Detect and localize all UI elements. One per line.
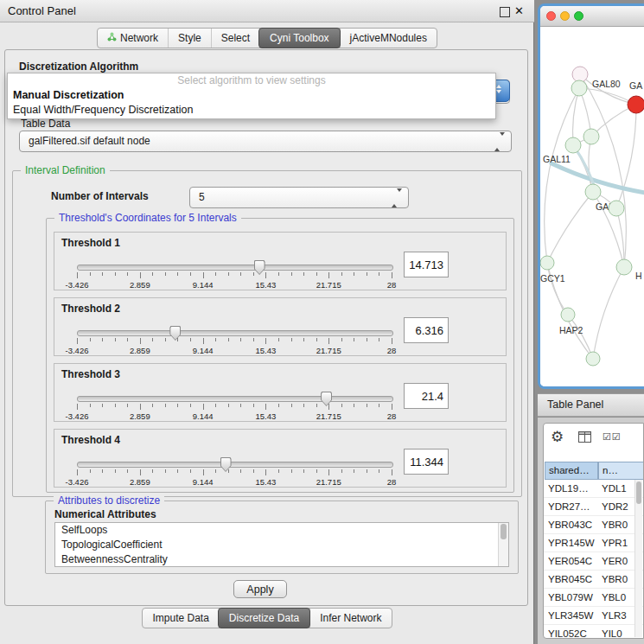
scrollbar-thumb[interactable]: [636, 481, 641, 504]
table-row[interactable]: YIL052CYIL0: [544, 625, 643, 638]
attributes-listbox[interactable]: SelfLoopsTopologicalCoefficientBetweenne…: [54, 522, 509, 567]
threshold-value-input[interactable]: [404, 317, 449, 343]
algorithm-label: Discretization Algorithm: [19, 61, 138, 73]
control-panel-titlebar: Control Panel ✕: [0, 0, 534, 22]
close-icon[interactable]: ✕: [514, 4, 524, 17]
table-cell: YPR145W: [548, 534, 596, 552]
network-node[interactable]: [572, 67, 588, 82]
network-edge[interactable]: [616, 105, 636, 208]
minimize-traffic-light[interactable]: [560, 11, 570, 21]
algorithm-dropdown-popup: Select algorithm to view settings Manual…: [7, 73, 496, 119]
threshold-value-input[interactable]: [404, 252, 449, 277]
tab-impute-data[interactable]: Impute Data: [143, 609, 218, 628]
table-row[interactable]: YBR045CYBR0: [544, 571, 643, 589]
combo-arrows-icon: [392, 192, 402, 204]
network-edge[interactable]: [547, 192, 593, 263]
tab-discretize-data[interactable]: Discretize Data: [218, 608, 310, 628]
network-node-gal4[interactable]: [585, 184, 601, 200]
panel-title: Control Panel: [8, 0, 76, 22]
threshold-slider[interactable]: [77, 330, 393, 336]
close-traffic-light[interactable]: [546, 11, 556, 21]
column-header[interactable]: shared…: [545, 462, 598, 480]
threshold-slider[interactable]: [77, 396, 393, 402]
table-row[interactable]: YBR043CYBR0: [544, 516, 643, 534]
tab-label: Style: [178, 32, 201, 44]
table-row[interactable]: YBL079WYBL0: [544, 589, 643, 607]
table-row[interactable]: YER054CYER0: [544, 552, 643, 571]
threshold-label: Threshold 1: [61, 237, 120, 249]
float-window-icon[interactable]: [500, 7, 510, 17]
combo-arrows-icon: [494, 136, 505, 148]
columns-icon[interactable]: [578, 431, 591, 445]
zoom-traffic-light[interactable]: [574, 11, 583, 21]
table-cell: YDL19…: [548, 480, 596, 497]
group-title: Attributes to discretize: [54, 494, 164, 507]
table-header-row: shared…n…: [544, 462, 643, 480]
network-node[interactable]: [583, 129, 599, 144]
network-window: GAL80GAGAL11GAL4GCY1HHAP2: [538, 3, 644, 389]
table-row[interactable]: YDL19…YDL1: [544, 480, 643, 498]
attribute-list-item[interactable]: SelfLoops: [55, 523, 508, 538]
threshold-value-input[interactable]: [404, 449, 449, 475]
table-cell: YIL052C: [548, 625, 596, 638]
tab-label: Discretize Data: [229, 612, 299, 624]
threshold-value-input[interactable]: [404, 383, 449, 409]
tab-select[interactable]: Select: [211, 29, 259, 48]
network-edge[interactable]: [593, 267, 624, 359]
table-panel-title: Table Panel: [547, 394, 603, 416]
tab-jactivemnodules[interactable]: jActiveMNodules: [340, 29, 437, 48]
table-row[interactable]: YPR145WYPR1: [544, 534, 643, 552]
threshold-panel: Threshold 1-3.4262.8599.14415.4321.71528: [54, 232, 507, 290]
network-node-gal80[interactable]: [571, 80, 587, 96]
arrow-down-icon: [496, 90, 501, 93]
table-row[interactable]: YDR27…YDR2: [544, 498, 643, 516]
tab-cyni-toolbox[interactable]: Cyni Toolbox: [258, 28, 340, 48]
node-label: GAL11: [543, 154, 571, 164]
network-edge[interactable]: [547, 263, 568, 315]
attribute-list-item[interactable]: BetweennessCentrality: [55, 552, 508, 567]
attribute-list-item[interactable]: TopologicalCoefficient: [55, 538, 508, 552]
network-node-gcy1[interactable]: [540, 256, 554, 270]
network-edge[interactable]: [572, 88, 579, 145]
network-node-h[interactable]: [616, 259, 632, 275]
threshold-panel: Threshold 4-3.4262.8599.14415.4321.71528: [54, 429, 507, 488]
network-edge[interactable]: [568, 315, 593, 359]
network-node-hap2[interactable]: [561, 308, 575, 322]
network-edge[interactable]: [616, 208, 624, 267]
threshold-slider[interactable]: [77, 265, 393, 271]
network-node-ga[interactable]: [628, 96, 644, 113]
bottom-tabbar: Impute DataDiscretize DataInfer Network: [142, 608, 392, 628]
table-scrollbar[interactable]: [634, 480, 642, 637]
algorithm-placeholder: Select algorithm to view settings: [8, 73, 495, 88]
network-node[interactable]: [586, 352, 600, 366]
column-header[interactable]: n…: [598, 462, 644, 480]
apply-button[interactable]: Apply: [233, 580, 287, 598]
select-columns-icon[interactable]: ☑☑: [603, 431, 622, 443]
list-scrollbar[interactable]: [498, 523, 508, 566]
table-data-combobox[interactable]: galFiltered.sif default node: [19, 131, 512, 152]
tab-network[interactable]: Network: [98, 29, 168, 48]
slider-tick-labels: -3.4262.8599.14415.4321.71528: [77, 346, 392, 355]
algorithm-option[interactable]: Equal Width/Frequency Discretization: [8, 103, 495, 118]
node-label: GCY1: [540, 273, 565, 284]
tab-label: jActiveMNodules: [350, 32, 427, 44]
network-node[interactable]: [609, 201, 624, 216]
tab-label: Impute Data: [152, 612, 208, 624]
threshold-slider[interactable]: [77, 462, 393, 468]
num-intervals-combobox[interactable]: 5: [189, 187, 409, 208]
slider-ticks: [77, 404, 392, 411]
tab-style[interactable]: Style: [168, 29, 211, 48]
slider-tick-labels: -3.4262.8599.14415.4321.71528: [77, 411, 392, 421]
network-node-gal11[interactable]: [565, 137, 581, 153]
table-panel: ⚙ ☑☑ shared…n… YDL19…YDL1YDR27…YDR2YBR04…: [543, 423, 644, 639]
table-data-label: Table Data: [21, 118, 70, 130]
network-canvas[interactable]: GAL80GAGAL11GAL4GCY1HHAP2: [540, 27, 644, 387]
scrollbar-thumb[interactable]: [501, 524, 507, 539]
tab-label: Cyni Toolbox: [270, 32, 328, 44]
gear-icon[interactable]: ⚙: [551, 428, 564, 446]
tab-infer-network[interactable]: Infer Network: [309, 609, 391, 628]
algorithm-option[interactable]: Manual Discretization: [8, 88, 495, 103]
table-row[interactable]: YLR345WYLR3: [544, 607, 643, 625]
table-data-value: galFiltered.sif default node: [29, 131, 150, 150]
bottom-tabs-row: Impute DataDiscretize DataInfer Network: [0, 608, 534, 628]
